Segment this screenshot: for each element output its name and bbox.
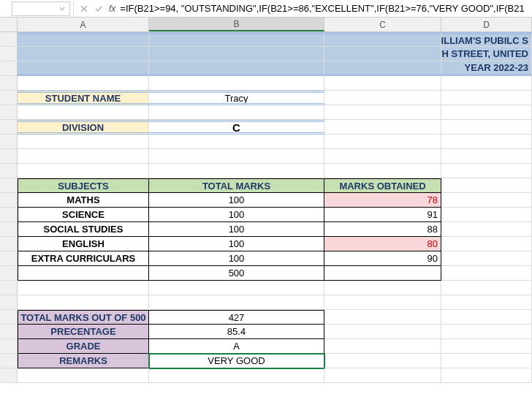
cell[interactable] <box>441 208 532 222</box>
cell[interactable] <box>324 310 441 325</box>
row-header[interactable] <box>0 164 18 178</box>
cell[interactable] <box>324 120 441 135</box>
cell[interactable] <box>149 368 324 383</box>
cell[interactable] <box>149 76 324 91</box>
cell[interactable] <box>441 266 532 281</box>
column-header-b[interactable]: B <box>149 18 324 31</box>
percentage-label[interactable]: PRECENTAGE <box>18 325 149 339</box>
marks-obtained-header[interactable]: MARKS OBTAINED <box>324 178 441 193</box>
row-header[interactable] <box>0 193 18 208</box>
subject-obtained-cell[interactable]: 88 <box>324 222 441 237</box>
cell[interactable] <box>324 61 441 76</box>
cell[interactable] <box>149 281 324 295</box>
total-sum-cell[interactable]: 500 <box>149 266 324 281</box>
row-header[interactable] <box>0 47 18 61</box>
cell[interactable] <box>149 105 324 120</box>
cell[interactable] <box>441 281 532 295</box>
subject-obtained-cell[interactable]: 90 <box>324 251 441 266</box>
cell[interactable] <box>324 339 441 354</box>
row-header[interactable] <box>0 61 18 76</box>
cell[interactable] <box>18 76 149 91</box>
subject-obtained-cell[interactable]: 80 <box>324 237 441 251</box>
school-name-cell[interactable]: ST. WILLIAM'S PUBILC S <box>441 32 532 47</box>
row-header[interactable] <box>0 76 18 91</box>
cell[interactable] <box>441 222 532 237</box>
cell[interactable] <box>441 237 532 251</box>
cell[interactable] <box>18 105 149 120</box>
subject-obtained-cell[interactable]: 78 <box>324 193 441 208</box>
row-header[interactable] <box>0 266 18 281</box>
cancel-icon[interactable] <box>77 1 91 16</box>
cell[interactable] <box>441 251 532 266</box>
subject-name-cell[interactable]: SCIENCE <box>18 208 149 222</box>
subject-name-cell[interactable]: EXTRA CURRICULARS <box>18 251 149 266</box>
column-header-d[interactable]: D <box>441 18 532 31</box>
division-label[interactable]: DIVISION <box>18 120 149 135</box>
cell[interactable] <box>441 178 532 193</box>
cell[interactable] <box>441 149 532 164</box>
cell[interactable] <box>18 47 149 61</box>
subjects-header[interactable]: SUBJECTS <box>18 178 149 193</box>
subject-obtained-cell[interactable]: 91 <box>324 208 441 222</box>
cell[interactable] <box>441 339 532 354</box>
cell[interactable] <box>441 368 532 383</box>
cell[interactable] <box>18 368 149 383</box>
cell[interactable] <box>324 164 441 178</box>
cell[interactable] <box>149 32 324 47</box>
row-header[interactable] <box>0 251 18 266</box>
subject-name-cell[interactable]: MATHS <box>18 193 149 208</box>
column-header-c[interactable]: C <box>324 18 441 31</box>
row-header[interactable] <box>0 325 18 339</box>
cell[interactable] <box>441 310 532 325</box>
cell[interactable] <box>324 354 441 368</box>
cell[interactable] <box>18 61 149 76</box>
column-header-a[interactable]: A <box>18 18 149 31</box>
total-marks-header[interactable]: TOTAL MARKS <box>149 178 324 193</box>
row-header[interactable] <box>0 208 18 222</box>
subject-total-cell[interactable]: 100 <box>149 193 324 208</box>
address-cell[interactable]: ABC, 4TH STREET, UNITED <box>441 47 532 61</box>
cell[interactable] <box>441 354 532 368</box>
student-name-value[interactable]: Tracy <box>149 91 324 105</box>
cell[interactable] <box>18 149 149 164</box>
cell[interactable] <box>149 135 324 149</box>
row-header[interactable] <box>0 368 18 383</box>
cell[interactable] <box>149 149 324 164</box>
cell[interactable] <box>441 193 532 208</box>
year-cell[interactable]: YEAR 2022-23 <box>441 61 532 76</box>
remarks-value[interactable]: VERY GOOD <box>149 354 324 368</box>
total-out-value[interactable]: 427 <box>149 310 324 325</box>
cell[interactable] <box>324 368 441 383</box>
spreadsheet-grid[interactable]: ST. WILLIAM'S PUBILC S ABC, 4TH STREET, … <box>0 32 532 383</box>
row-header[interactable] <box>0 310 18 325</box>
cell[interactable] <box>18 135 149 149</box>
fx-label[interactable]: fx <box>106 4 118 14</box>
cell[interactable] <box>441 91 532 105</box>
row-header[interactable] <box>0 295 18 310</box>
cell[interactable] <box>324 295 441 310</box>
row-header[interactable] <box>0 354 18 368</box>
total-out-label[interactable]: TOTAL MARKS OUT OF 500 <box>18 310 149 325</box>
obtained-sum-cell[interactable] <box>324 266 441 281</box>
division-value[interactable]: C <box>149 120 324 135</box>
student-name-label[interactable]: STUDENT NAME <box>18 91 149 105</box>
cell[interactable] <box>441 295 532 310</box>
cell[interactable] <box>18 295 149 310</box>
percentage-value[interactable]: 85.4 <box>149 325 324 339</box>
row-header[interactable] <box>0 339 18 354</box>
cell[interactable] <box>324 149 441 164</box>
row-header[interactable] <box>0 149 18 164</box>
select-all-corner[interactable] <box>0 18 18 31</box>
cell[interactable] <box>149 164 324 178</box>
remarks-label[interactable]: REMARKS <box>18 354 149 368</box>
subject-total-cell[interactable]: 100 <box>149 237 324 251</box>
cell[interactable] <box>18 164 149 178</box>
cell[interactable] <box>324 32 441 47</box>
cell[interactable] <box>18 281 149 295</box>
subject-total-cell[interactable]: 100 <box>149 208 324 222</box>
cell[interactable] <box>324 135 441 149</box>
cell[interactable] <box>18 32 149 47</box>
row-header[interactable] <box>0 237 18 251</box>
subject-name-cell[interactable]: SOCIAL STUDIES <box>18 222 149 237</box>
cell[interactable] <box>324 47 441 61</box>
